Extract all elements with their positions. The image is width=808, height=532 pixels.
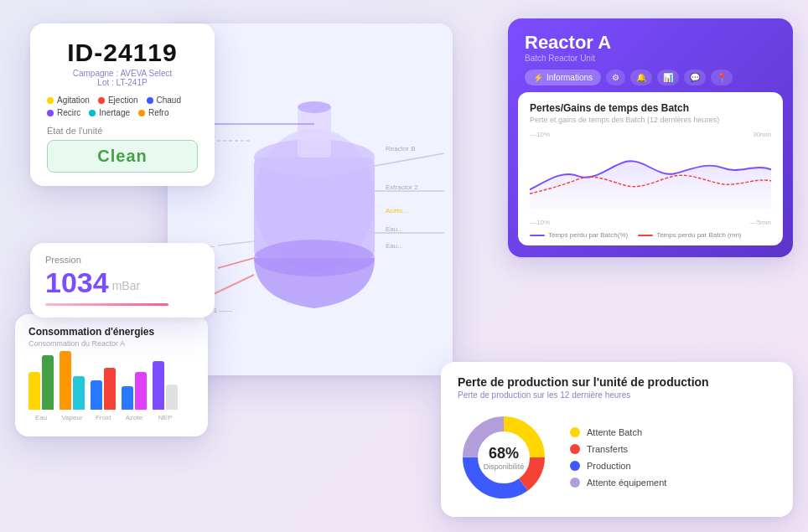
legend-item-red: Temps perdu par Batch (mn) [638, 231, 741, 239]
tags-row: Agitation Ejection Chaud Recirc Inertage… [47, 96, 198, 117]
bar-group-froid: Froid [91, 368, 116, 421]
tab-chart[interactable]: 📊 [657, 70, 679, 85]
bar-froid-2 [104, 368, 116, 410]
reactor-header: Reactor A Batch Reactor Unit ⚡ Informati… [508, 18, 793, 92]
reactor-card: Reactor A Batch Reactor Unit ⚡ Informati… [508, 18, 793, 257]
y-left-bottom: —10% [530, 219, 550, 226]
tag-dot-chaud [147, 97, 153, 104]
tag-label-refro: Refro [148, 108, 168, 117]
label-transferts: Transferts [587, 444, 628, 454]
legend-transferts: Transferts [570, 444, 666, 454]
svg-text:Extractor 2: Extractor 2 [386, 183, 418, 191]
svg-text:Eau...: Eau... [386, 225, 403, 233]
unit-id: ID-24119 [47, 39, 198, 67]
tag-label-ejection: Ejection [108, 96, 138, 105]
bar-vapeur-2 [73, 376, 85, 410]
reactor-sub: Batch Reactor Unit [525, 54, 776, 63]
production-title: Perte de production sur l'unité de produ… [458, 375, 776, 389]
donut-center: 68% Disponibilité [484, 445, 525, 471]
campaign-label: Campagne : AVEVA Select [47, 69, 198, 78]
energy-title: Consommation d'énergies [28, 326, 194, 338]
donut-chart: 68% Disponibilité [458, 411, 550, 504]
legend-attente-batch: Attente Batch [570, 427, 666, 437]
label-attente-equipement: Attente équipement [587, 478, 666, 488]
id-card: ID-24119 Campagne : AVEVA Select Lot : L… [30, 23, 215, 186]
tab-settings[interactable]: ⚙ [606, 70, 625, 85]
lot-label: Lot : LT-241P [47, 78, 198, 87]
tab-alerts[interactable]: 🔔 [630, 70, 652, 85]
tag-inertage: Inertage [89, 108, 130, 117]
tag-dot-agitation [47, 97, 54, 104]
svg-text:Aceto...: Aceto... [386, 207, 408, 214]
svg-rect-5 [298, 107, 331, 158]
dot-attente-equipement [570, 478, 580, 488]
legend-line-purple [530, 235, 545, 236]
bar-group-eau: Eau [28, 355, 54, 421]
tag-ejection: Ejection [98, 96, 138, 105]
bar-label-eau: Eau [35, 414, 47, 421]
tag-refro: Refro [138, 108, 168, 117]
bar-group-nep: NEP [153, 361, 178, 421]
chart-sub: Perte et gains de temps des Batch (12 de… [530, 116, 771, 124]
bar-label-azote: Azote [126, 414, 142, 421]
tag-dot-ejection [98, 97, 105, 104]
y-right-bottom: —5min [750, 219, 771, 226]
energy-card: Consommation d'énergies Consommation du … [15, 314, 208, 436]
donut-percentage: 68% [484, 445, 525, 462]
legend-production: Production [570, 461, 666, 471]
tab-location[interactable]: 📍 [711, 70, 733, 85]
tag-agitation: Agitation [47, 96, 90, 105]
pression-unit: mBar [112, 279, 140, 292]
tab-informations-label: Informations [546, 73, 593, 82]
y-right-top: 30min [753, 131, 771, 138]
line-chart [530, 140, 771, 215]
legend-line-red [638, 235, 653, 236]
tag-dot-inertage [89, 110, 96, 116]
reactor-chart-area: Pertes/Gains de temps des Batch Perte et… [518, 92, 783, 245]
svg-text:Eau...: Eau... [386, 242, 403, 250]
tag-dot-refro [138, 110, 145, 116]
dashboard: Ligne 1 —— Ligne 2 —— Reactor B Extracto… [0, 0, 808, 532]
tab-chat[interactable]: 💬 [684, 70, 706, 85]
legend-label-purple: Temps perdu par Batch(%) [548, 231, 628, 239]
tag-label-agitation: Agitation [57, 96, 90, 105]
bar-vapeur-1 [60, 351, 71, 410]
pression-label: Pression [45, 255, 199, 265]
bar-group-vapeur: Vapeur [60, 351, 85, 421]
bar-label-nep: NEP [158, 414, 172, 421]
bar-nep-2 [166, 385, 178, 410]
production-sub: Perte de production sur les 12 dernière … [458, 390, 776, 400]
legend-item-purple: Temps perdu par Batch(%) [530, 231, 628, 239]
bar-label-vapeur: Vapeur [61, 414, 82, 421]
bar-label-froid: Froid [96, 414, 111, 421]
label-production: Production [587, 461, 631, 471]
donut-label: Disponibilité [484, 462, 525, 471]
pression-bar [45, 303, 168, 306]
pression-value: 1034 mBar [45, 268, 199, 297]
svg-text:Reactor B: Reactor B [386, 145, 416, 152]
y-left-top: —10% [530, 131, 550, 138]
etat-label: État de l'unité [47, 126, 198, 136]
dot-transferts [570, 444, 580, 454]
bar-nep-1 [153, 361, 164, 410]
dot-production [570, 461, 580, 471]
legend-label-red: Temps perdu par Batch (mn) [656, 231, 741, 239]
production-legend: Attente Batch Transferts Production Atte… [570, 427, 666, 488]
production-body: 68% Disponibilité Attente Batch Transfer… [458, 411, 776, 504]
tag-label-chaud: Chaud [157, 96, 181, 105]
pression-card: Pression 1034 mBar [30, 243, 215, 318]
bar-chart: Eau Vapeur Froid [28, 358, 194, 425]
tab-informations[interactable]: ⚡ Informations [525, 70, 601, 85]
bar-froid-1 [91, 380, 102, 410]
reactor-tabs: ⚡ Informations ⚙ 🔔 📊 💬 📍 [525, 70, 776, 85]
tag-label-inertage: Inertage [99, 108, 130, 117]
legend-attente-equipement: Attente équipement [570, 478, 666, 488]
dot-attente-batch [570, 427, 580, 437]
bar-eau-1 [28, 372, 40, 410]
pression-number: 1034 [45, 268, 109, 297]
svg-point-6 [298, 101, 331, 113]
energy-sub: Consommation du Reactor A [28, 339, 194, 348]
production-card: Perte de production sur l'unité de produ… [441, 362, 793, 517]
reactor-title: Reactor A [525, 32, 776, 54]
bar-azote-2 [135, 372, 147, 410]
